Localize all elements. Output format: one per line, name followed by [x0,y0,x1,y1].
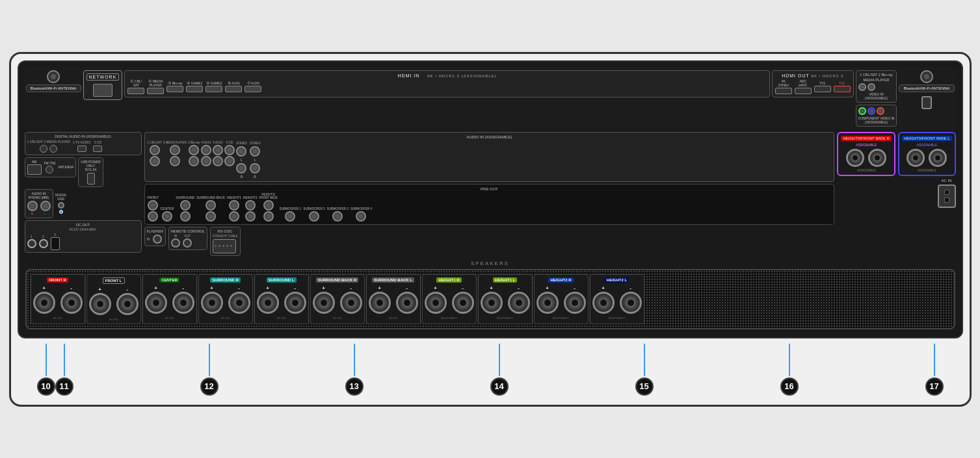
signal-gnd-port[interactable] [58,202,64,209]
hdmi-connector-4[interactable] [186,86,203,92]
hfw-r-pos[interactable] [846,149,864,167]
phono-l[interactable] [40,201,51,211]
pre-out-surrback-l[interactable] [205,200,216,210]
h2r-pos-connector[interactable] [536,292,559,314]
pre-out-surr-r[interactable] [180,211,191,222]
phono-r[interactable] [27,201,38,211]
optical-port-2[interactable] [93,146,102,152]
pre-out-h1-l[interactable] [229,200,239,210]
pre-out-sub2-port[interactable] [309,211,319,222]
audio-in-cbl-sat-l[interactable] [150,156,160,166]
hdmi-connector-3[interactable] [166,86,183,92]
zone3-r[interactable] [250,146,260,157]
coax-port-1[interactable] [40,145,47,153]
h2l-pos-connector[interactable] [592,292,615,314]
front-l-neg-connector[interactable] [116,293,139,315]
audio-in-aux2-r[interactable] [213,145,223,155]
hfw-l-neg[interactable] [929,149,947,167]
pre-out-front-l[interactable] [148,200,158,210]
audio-in-aux2-l[interactable] [213,156,223,166]
hdmi-connector-1[interactable] [127,88,144,94]
audio-in-cd-l[interactable] [224,156,235,166]
hdmi-out-port-tv2[interactable]: TV2 [834,81,851,92]
hdmi-connector-6[interactable] [225,86,242,92]
h1r-neg-connector[interactable] [452,292,474,314]
pre-out-surr-l[interactable] [180,200,191,210]
am-port[interactable] [27,164,42,175]
front-l-pos-connector[interactable] [89,293,111,315]
h2r-neg-connector[interactable] [564,292,586,314]
audio-in-mp-l[interactable] [170,156,180,166]
network-port[interactable] [93,84,113,97]
rs232-port[interactable] [213,239,236,253]
hdmi-port-7[interactable]: ⑦ AUX2 [245,81,261,92]
zone3-l[interactable] [250,163,260,173]
video-in-rca-1[interactable] [858,83,866,91]
hdmi-connector-2[interactable] [147,88,164,94]
zone2-l[interactable] [236,163,246,173]
front-r-pos-connector[interactable] [33,292,55,314]
fm-port[interactable] [46,166,53,173]
optical-port-1[interactable] [77,146,86,152]
audio-in-br-r[interactable] [189,145,199,155]
surrback-r-neg-connector[interactable] [340,292,362,314]
surr-l-neg-connector[interactable] [284,292,306,314]
hdmi-port-2[interactable]: ② MEDIAPLAYER [147,79,164,94]
audio-in-mp-r[interactable] [170,145,180,155]
component-rca-pr[interactable] [877,107,884,115]
dc-out-port-2[interactable] [39,239,48,248]
audio-in-aux1-r[interactable] [201,145,211,155]
dc-out-port-3[interactable] [51,237,60,250]
pre-out-sub1-port[interactable] [285,211,295,222]
pre-out-h3-l[interactable] [263,200,274,210]
pre-out-h1-r[interactable] [229,211,239,222]
usb-port[interactable] [87,173,95,184]
pre-out-h3-r[interactable] [263,211,274,222]
zone2-r[interactable] [236,146,246,157]
surrback-l-pos-connector[interactable] [369,292,391,314]
pre-out-surrback-r[interactable] [205,211,216,222]
surr-r-pos-connector[interactable] [201,292,223,314]
hdmi-out-port-4k[interactable]: 4KZONE2 [775,79,792,94]
video-in-rca-2[interactable] [867,83,875,91]
h2l-neg-connector[interactable] [620,292,642,314]
coax-port-2[interactable] [49,145,57,153]
center-pos-connector[interactable] [145,292,167,314]
hdmi-port-3[interactable]: ③ Blu-ray [166,81,183,92]
hdmi-out-port-tv1[interactable]: TV1 [814,81,831,92]
pre-out-front-r[interactable] [148,211,158,222]
remote-out-port[interactable] [183,238,192,248]
front-r-neg-connector[interactable] [60,292,83,314]
surr-r-neg-connector[interactable] [228,292,250,314]
h1l-pos-connector[interactable] [481,292,503,314]
audio-in-aux1-l[interactable] [201,156,211,166]
pre-out-sub3-port[interactable] [332,211,343,222]
hfw-r-neg[interactable] [868,149,886,167]
pre-out-center-mono[interactable] [162,211,172,222]
ac-in-port[interactable] [938,184,956,208]
hdmi-port-5[interactable]: ⑤ GAME2 [205,81,222,92]
hdmi-port-4[interactable]: ④ GAME1 [186,81,203,92]
hdmi-port-1[interactable]: ① CBL/SAT [127,79,144,94]
component-rca-pb[interactable] [867,107,875,115]
pre-out-sub4-port[interactable] [356,211,366,222]
hdmi-out-port-arc[interactable]: ARCeARC [795,79,812,94]
component-rca-y[interactable] [858,107,866,115]
pre-out-h2-r[interactable] [245,211,256,222]
audio-in-cbl-sat-r[interactable] [150,145,160,155]
dc-out-port-1[interactable] [27,239,36,248]
hdmi-connector-7[interactable] [245,86,261,92]
hdmi-connector-5[interactable] [205,86,222,92]
center-neg-connector[interactable] [172,292,194,314]
hdmi-port-6[interactable]: ⑥ AUX1 [225,81,242,92]
surrback-r-pos-connector[interactable] [313,292,335,314]
flasher-ir-port[interactable] [153,235,162,244]
surrback-l-neg-connector[interactable] [396,292,418,314]
audio-in-cd-r[interactable] [224,145,235,155]
pre-out-h2-l[interactable] [245,200,256,210]
surr-l-pos-connector[interactable] [257,292,279,314]
audio-in-br-l[interactable] [189,156,199,166]
h1l-neg-connector[interactable] [508,292,530,314]
hfw-l-pos[interactable] [907,149,925,167]
remote-in-port[interactable] [171,238,180,248]
